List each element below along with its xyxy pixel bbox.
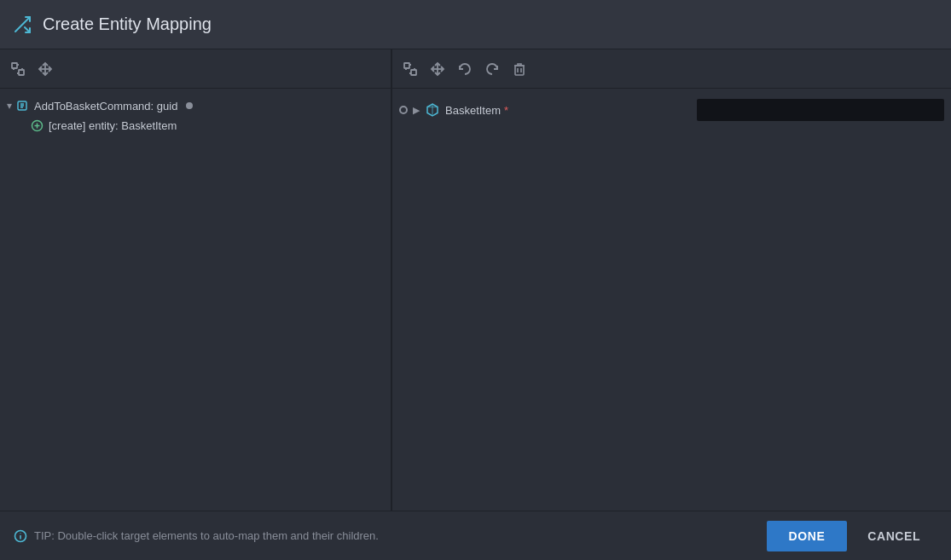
expand-icon[interactable] bbox=[10, 61, 26, 77]
expand-right-icon[interactable] bbox=[403, 61, 418, 77]
tree-child-label: [create] entity: BasketItem bbox=[49, 119, 177, 132]
right-toolbar bbox=[392, 49, 951, 89]
footer: TIP: Double-click target elements to aut… bbox=[0, 511, 951, 560]
required-marker: * bbox=[504, 104, 508, 117]
expand-play-icon: ▶ bbox=[413, 105, 420, 116]
dialog-title: Create Entity Mapping bbox=[43, 14, 212, 34]
left-panel: ▾ AddToBasketCommand: guid bbox=[0, 49, 392, 511]
footer-tip-text: TIP: Double-click target elements to aut… bbox=[34, 529, 379, 542]
svg-rect-17 bbox=[404, 63, 409, 68]
left-tree: ▾ AddToBasketCommand: guid bbox=[0, 89, 391, 511]
tree-root-label: AddToBasketCommand: guid bbox=[34, 100, 177, 113]
move-icon[interactable] bbox=[38, 61, 53, 77]
tree-dot-indicator bbox=[186, 102, 193, 109]
shuffle-icon bbox=[12, 14, 32, 35]
done-button[interactable]: DONE bbox=[767, 521, 848, 551]
tree-chevron: ▾ bbox=[7, 100, 12, 112]
svg-rect-25 bbox=[515, 66, 524, 75]
add-entity-icon bbox=[31, 119, 43, 132]
undo-icon[interactable] bbox=[457, 61, 473, 77]
svg-rect-3 bbox=[19, 70, 24, 75]
right-entity-row[interactable]: ▶ BasketItem * bbox=[392, 95, 951, 124]
info-icon bbox=[14, 529, 27, 543]
left-toolbar bbox=[0, 49, 391, 89]
right-panel: ▶ BasketItem * bbox=[392, 49, 951, 511]
right-entity-label: BasketItem bbox=[445, 104, 501, 117]
tree-root-row[interactable]: ▾ AddToBasketCommand: guid bbox=[0, 95, 391, 116]
command-icon bbox=[15, 99, 29, 113]
entity-input-field[interactable] bbox=[697, 99, 944, 121]
svg-rect-2 bbox=[12, 63, 17, 68]
redo-icon[interactable] bbox=[484, 61, 500, 77]
svg-point-30 bbox=[20, 533, 20, 534]
right-tree: ▶ BasketItem * bbox=[392, 89, 951, 511]
tree-child-row[interactable]: [create] entity: BasketItem bbox=[0, 116, 391, 136]
main-content: ▾ AddToBasketCommand: guid bbox=[0, 49, 951, 511]
svg-rect-18 bbox=[411, 70, 416, 75]
move-right-icon[interactable] bbox=[430, 61, 445, 77]
entity-icon bbox=[425, 102, 440, 118]
cancel-button[interactable]: CANCEL bbox=[850, 521, 937, 551]
dialog-header: Create Entity Mapping bbox=[0, 0, 951, 49]
delete-icon[interactable] bbox=[512, 61, 527, 77]
right-dot-indicator bbox=[399, 106, 408, 114]
